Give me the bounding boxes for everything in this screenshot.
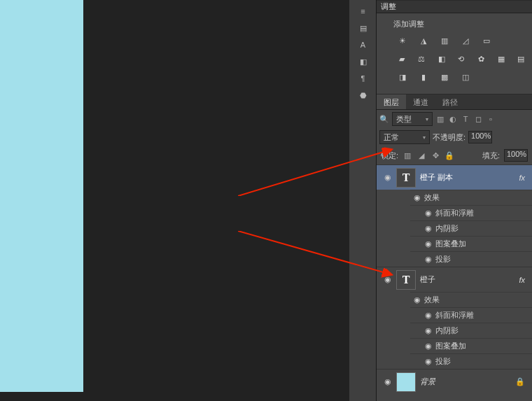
- filter-type-select[interactable]: 类型 ▾: [392, 112, 433, 126]
- tool-brush-icon[interactable]: ▤: [349, 20, 377, 36]
- right-toolstrip: ≡ ▤ A ◧ ¶ ⬣: [349, 0, 377, 401]
- layer-thumbnail-background: [396, 372, 416, 392]
- sun-icon[interactable]: ☀: [396, 35, 409, 46]
- adjustments-row-2: ▰ ⚖ ◧ ⟲ ✿ ▦ ▤: [393, 53, 526, 64]
- tool-style-icon[interactable]: ◧: [349, 53, 377, 70]
- visibility-icon[interactable]: ◉: [421, 239, 435, 248]
- layer-thumbnail-type: T: [396, 270, 416, 290]
- blend-mode-select[interactable]: 正常 ▾: [379, 130, 430, 144]
- visibility-icon[interactable]: ◉: [410, 295, 424, 304]
- adjustments-title: 添加调整: [393, 19, 526, 29]
- workspace-bg: [83, 0, 349, 401]
- fill-label: 填充:: [482, 150, 500, 161]
- layer-fx-indicator[interactable]: fx: [519, 276, 529, 284]
- visibility-icon[interactable]: ◉: [421, 311, 435, 320]
- diag-icon[interactable]: ◿: [459, 35, 472, 46]
- filter-search-icon: 🔍: [379, 115, 389, 124]
- adjustments-collapse[interactable]: 调整: [377, 1, 532, 13]
- filter-row: 🔍 类型 ▾ ▥ ◐ T ◻ ▫: [377, 110, 532, 128]
- visibility-icon[interactable]: ◉: [421, 224, 435, 233]
- tab-layers[interactable]: 图层: [377, 94, 406, 109]
- layer-row[interactable]: ◉ 背景 🔒: [377, 369, 532, 394]
- tab-paths[interactable]: 路径: [435, 94, 465, 109]
- effects-label: 效果: [424, 295, 440, 305]
- split-icon[interactable]: ◨: [396, 71, 409, 83]
- chevron-down-icon: ▾: [423, 134, 426, 141]
- layer-name: 橙子 副本: [420, 172, 519, 183]
- bw-icon[interactable]: ◧: [436, 53, 447, 64]
- tool-paragraph-icon[interactable]: ¶: [349, 70, 377, 87]
- lock-pixels-icon[interactable]: ▥: [402, 150, 412, 160]
- effect-item[interactable]: ◉斜面和浮雕: [410, 205, 532, 220]
- layer-effects-list: ◉ 效果 ◉斜面和浮雕 ◉内阴影 ◉图案叠加 ◉投影: [377, 190, 532, 267]
- pattern-icon[interactable]: ▩: [438, 71, 451, 83]
- visibility-icon[interactable]: ◉: [421, 326, 435, 335]
- layer-name: 橙子: [420, 274, 519, 285]
- svg-line-1: [238, 231, 391, 274]
- visibility-icon[interactable]: ◉: [421, 357, 435, 366]
- visibility-icon[interactable]: ◉: [421, 342, 435, 351]
- effect-item[interactable]: ◉图案叠加: [410, 338, 532, 353]
- opacity-label: 不透明度:: [433, 132, 465, 143]
- layer-thumbnail-type: T: [396, 168, 416, 188]
- globe-icon[interactable]: ✿: [475, 53, 486, 64]
- swatch-icon[interactable]: ▤: [515, 53, 526, 64]
- filter-pixel-icon[interactable]: ▥: [435, 114, 445, 124]
- card-icon[interactable]: ▭: [480, 35, 493, 46]
- layer-row[interactable]: ◉ T 橙子 副本 fx: [377, 164, 532, 190]
- filter-smart-icon[interactable]: ▫: [486, 114, 496, 124]
- effect-item[interactable]: ◉图案叠加: [410, 236, 532, 251]
- effect-name: 图案叠加: [435, 239, 466, 249]
- visibility-icon[interactable]: ◉: [421, 209, 435, 218]
- layer-fx-indicator[interactable]: fx: [519, 174, 529, 182]
- lock-row: 锁定: ▥ ◢ ✥ 🔒 填充: 100%: [377, 146, 532, 164]
- effects-header[interactable]: ◉ 效果: [410, 292, 532, 307]
- effect-item[interactable]: ◉投影: [410, 251, 532, 267]
- drop-icon[interactable]: ▰: [396, 53, 407, 64]
- balance-icon[interactable]: ⚖: [416, 53, 427, 64]
- lock-move-icon[interactable]: ✥: [430, 150, 440, 160]
- lock-all-icon[interactable]: 🔒: [444, 150, 454, 160]
- histogram-icon[interactable]: ▥: [438, 35, 451, 46]
- right-panels: 调整 添加调整 ☀ ◮ ▥ ◿ ▭ ▰ ⚖ ◧ ⟲ ✿ ▦ ▤ ◨ ▮: [377, 0, 532, 401]
- effect-name: 投影: [435, 254, 451, 265]
- tool-type-icon[interactable]: A: [349, 36, 377, 53]
- effect-name: 图案叠加: [435, 341, 466, 351]
- visibility-icon[interactable]: ◉: [421, 255, 435, 264]
- effect-name: 斜面和浮雕: [435, 310, 474, 321]
- levels-icon[interactable]: ◫: [459, 71, 472, 83]
- gradient-icon[interactable]: ▮: [417, 71, 430, 83]
- fill-input[interactable]: 100%: [504, 149, 528, 162]
- effects-label: 效果: [424, 192, 440, 203]
- effects-header[interactable]: ◉ 效果: [410, 190, 532, 205]
- effect-item[interactable]: ◉投影: [410, 353, 532, 369]
- opacity-input[interactable]: 100%: [468, 131, 492, 143]
- mountain-icon[interactable]: ◮: [417, 35, 430, 46]
- grid-icon[interactable]: ▦: [495, 53, 506, 64]
- visibility-icon[interactable]: ◉: [379, 377, 396, 386]
- filter-type-icon[interactable]: T: [461, 114, 470, 124]
- swap-icon[interactable]: ⟲: [456, 53, 467, 64]
- tab-channels[interactable]: 通道: [406, 94, 435, 109]
- annotation-arrow: [238, 147, 399, 196]
- effect-item[interactable]: ◉斜面和浮雕: [410, 307, 532, 323]
- layers-list: ◉ T 橙子 副本 fx ◉ 效果 ◉斜面和浮雕 ◉内阴影 ◉图案叠加 ◉投影 …: [377, 164, 532, 394]
- tool-3d-icon[interactable]: ⬣: [349, 87, 377, 104]
- visibility-icon[interactable]: ◉: [410, 193, 424, 202]
- tool-sliders-icon[interactable]: ≡: [349, 3, 377, 20]
- filter-adjust-icon[interactable]: ◐: [448, 114, 458, 124]
- layer-effects-list: ◉ 效果 ◉斜面和浮雕 ◉内阴影 ◉图案叠加 ◉投影: [377, 292, 532, 369]
- adjustments-row-3: ◨ ▮ ▩ ◫: [393, 71, 526, 83]
- effect-item[interactable]: ◉内阴影: [410, 323, 532, 338]
- effect-item[interactable]: ◉内阴影: [410, 220, 532, 236]
- canvas-preview: [0, 0, 83, 392]
- svg-line-0: [238, 150, 391, 196]
- layer-row[interactable]: ◉ T 橙子 fx: [377, 267, 532, 292]
- panel-tabs: 图层 通道 路径: [377, 94, 532, 110]
- effect-name: 投影: [435, 356, 451, 367]
- filter-shape-icon[interactable]: ◻: [473, 114, 483, 124]
- layers-panel: 图层 通道 路径 🔍 类型 ▾ ▥ ◐ T ◻ ▫ 正常 ▾ 不透明度: 100…: [377, 94, 532, 394]
- filter-type-label: 类型: [396, 114, 412, 125]
- lock-position-icon[interactable]: ◢: [416, 150, 426, 160]
- lock-icon: 🔒: [515, 377, 529, 386]
